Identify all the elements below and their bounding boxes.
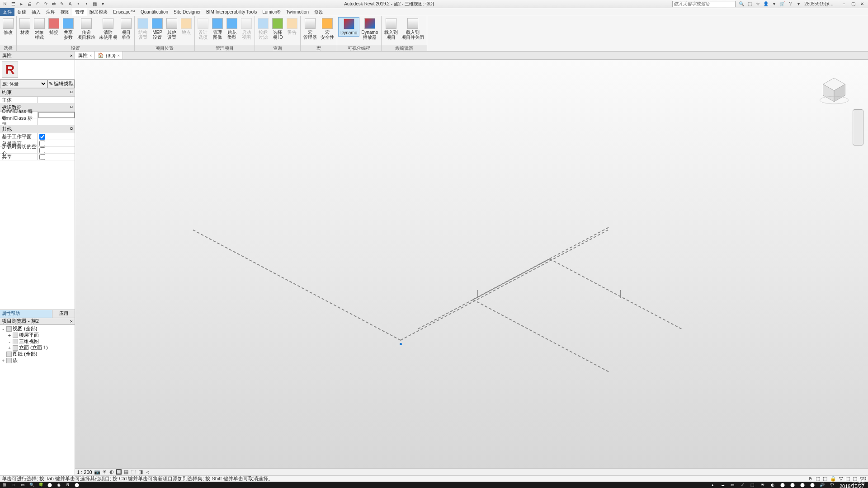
- tab-BIM Interoperability Tools[interactable]: BIM Interoperability Tools: [203, 8, 259, 16]
- project-browser-tree[interactable]: -视图 (全部)+楼层平面-三维视图+立面 (立面 1)图纸 (全部)+族: [0, 325, 75, 476]
- properties-help-link[interactable]: 属性帮助: [0, 310, 52, 318]
- infocenter-icon-3[interactable]: 👤: [763, 1, 769, 7]
- tray-icon-10[interactable]: ⬤: [808, 482, 817, 488]
- edit-type-button[interactable]: ✎编辑类型: [47, 80, 75, 88]
- status-icon-0[interactable]: 🖱: [808, 476, 813, 482]
- props-value[interactable]: [37, 154, 75, 160]
- props-section-其他[interactable]: 其他¤: [0, 125, 75, 133]
- browser-node[interactable]: -视图 (全部): [1, 326, 74, 332]
- taskbar-app-1[interactable]: ○: [9, 482, 18, 488]
- props-value[interactable]: [37, 133, 75, 140]
- ribbon-btn-贴花类型[interactable]: 贴花 类型: [225, 17, 239, 41]
- qat-item-12[interactable]: ▾: [99, 1, 106, 7]
- qat-item-0[interactable]: R: [2, 1, 8, 7]
- ribbon-btn-载入到项目[interactable]: 载入到 项目: [382, 17, 400, 41]
- doc-tab-0[interactable]: 属性×: [75, 52, 95, 59]
- tray-icon-2[interactable]: ▭: [728, 482, 737, 488]
- qat-item-5[interactable]: ↷: [42, 1, 49, 7]
- ribbon-btn-宏安全性[interactable]: 宏 安全性: [319, 17, 336, 41]
- navigation-bar[interactable]: [853, 109, 863, 145]
- status-icon-4[interactable]: ▽: [839, 476, 843, 482]
- ribbon-btn-修改[interactable]: 修改: [1, 17, 15, 36]
- status-icon-3[interactable]: 🔒: [830, 476, 836, 482]
- tab-文件[interactable]: 文件: [0, 8, 14, 16]
- viewbar-icon-0[interactable]: 📷: [94, 469, 100, 475]
- tree-expander-icon[interactable]: +: [7, 345, 12, 351]
- infocenter-icon-1[interactable]: ⬚: [746, 1, 753, 7]
- ribbon-btn-对象样式[interactable]: 对象 样式: [32, 17, 47, 41]
- tab-创建[interactable]: 创建: [14, 8, 29, 16]
- properties-close-icon[interactable]: ×: [70, 53, 73, 58]
- viewcube[interactable]: [818, 73, 850, 105]
- props-value[interactable]: [37, 147, 75, 153]
- origin-point[interactable]: [400, 343, 402, 345]
- props-value[interactable]: [37, 97, 75, 103]
- tray-icon-7[interactable]: ⬤: [778, 482, 787, 488]
- viewbar-icon-4[interactable]: ▦: [123, 469, 129, 475]
- ribbon-btn-其他设置[interactable]: 其他 设置: [165, 17, 179, 41]
- ribbon-btn-传递项目标准[interactable]: 传递 项目标准: [75, 17, 97, 41]
- viewbar-icon-1[interactable]: ☀: [101, 469, 108, 475]
- view-scale[interactable]: 1 : 200: [77, 469, 92, 475]
- ribbon-btn-MEP设置[interactable]: MEP 设置: [150, 17, 165, 41]
- taskbar-app-7[interactable]: R: [63, 482, 72, 488]
- taskbar-app-8[interactable]: ⬤: [72, 482, 81, 488]
- tab-Quantification[interactable]: Quantification: [138, 8, 171, 16]
- close-icon[interactable]: ×: [118, 53, 120, 58]
- infocenter-search-input[interactable]: [672, 1, 736, 7]
- ribbon-btn-项目单位[interactable]: 项目 单位: [119, 17, 133, 41]
- browser-node[interactable]: +族: [1, 357, 74, 364]
- tab-修改[interactable]: 修改: [311, 8, 326, 16]
- qat-item-7[interactable]: ✎: [59, 1, 65, 7]
- viewbar-icon-2[interactable]: ◐: [108, 469, 115, 475]
- infocenter-icon-7[interactable]: ▾: [795, 1, 802, 7]
- tab-Twinmotion[interactable]: Twinmotion: [283, 8, 311, 16]
- tab-Enscape™[interactable]: Enscape™: [110, 8, 138, 16]
- type-selector[interactable]: 族: 体量: [0, 80, 47, 88]
- qat-item-8[interactable]: A: [67, 1, 73, 7]
- tray-icon-12[interactable]: 中: [828, 482, 837, 488]
- tree-expander-icon[interactable]: -: [7, 339, 12, 344]
- tray-icon-5[interactable]: ☀: [758, 482, 767, 488]
- ribbon-btn-捕捉[interactable]: 捕捉: [47, 17, 61, 36]
- minimize-button[interactable]: −: [840, 1, 848, 7]
- qat-item-1[interactable]: ☰: [10, 1, 16, 7]
- props-value[interactable]: [37, 112, 75, 118]
- browser-node[interactable]: +楼层平面: [1, 332, 74, 338]
- props-value[interactable]: [37, 140, 75, 146]
- close-button[interactable]: ✕: [858, 1, 866, 7]
- ribbon-btn-Dynamo播放器[interactable]: Dynamo 播放器: [359, 17, 380, 41]
- ribbon-btn-选择项 ID[interactable]: 选择 项 ID: [270, 17, 285, 41]
- tree-expander-icon[interactable]: -: [1, 326, 5, 332]
- checkbox[interactable]: [39, 141, 45, 146]
- taskbar-app-0[interactable]: ⊞: [0, 482, 9, 488]
- text-input[interactable]: [38, 112, 75, 118]
- status-icon-2[interactable]: ⬚: [823, 476, 827, 482]
- tab-Lumion®[interactable]: Lumion®: [259, 8, 283, 16]
- infocenter-icon-5[interactable]: 🛒: [779, 1, 785, 7]
- qat-item-9[interactable]: •: [75, 1, 81, 7]
- tray-icon-9[interactable]: ⬤: [798, 482, 807, 488]
- infocenter-icon-6[interactable]: ?: [787, 1, 793, 7]
- tray-icon-8[interactable]: ⬤: [788, 482, 797, 488]
- tray-icon-0[interactable]: ▴: [708, 482, 717, 488]
- ribbon-btn-管理图像[interactable]: 管理 图像: [210, 17, 225, 41]
- infocenter-icon-0[interactable]: 🔍: [738, 1, 745, 7]
- ribbon-btn-材质[interactable]: 材质: [18, 17, 32, 36]
- viewbar-icon-5[interactable]: ⬚: [130, 469, 137, 475]
- ribbon-btn-Dynamo[interactable]: Dynamo: [338, 17, 359, 37]
- qat-item-3[interactable]: 🖨: [26, 1, 33, 7]
- maximize-button[interactable]: ▢: [849, 1, 857, 7]
- props-section-约束[interactable]: 约束¤: [0, 89, 75, 97]
- checkbox[interactable]: [39, 147, 45, 153]
- taskbar-app-5[interactable]: ⬤: [45, 482, 54, 488]
- tree-expander-icon[interactable]: +: [7, 333, 12, 338]
- viewbar-icon-6[interactable]: ◨: [137, 469, 144, 475]
- status-icon-1[interactable]: ⬚: [816, 476, 820, 482]
- taskbar-app-6[interactable]: ◉: [54, 482, 63, 488]
- tray-icon-1[interactable]: ☁: [718, 482, 727, 488]
- tray-icon-3[interactable]: ✓: [738, 482, 747, 488]
- qat-item-4[interactable]: ↶: [34, 1, 41, 7]
- browser-node[interactable]: -三维视图: [1, 338, 74, 345]
- viewbar-icon-3[interactable]: 🔲: [116, 469, 122, 475]
